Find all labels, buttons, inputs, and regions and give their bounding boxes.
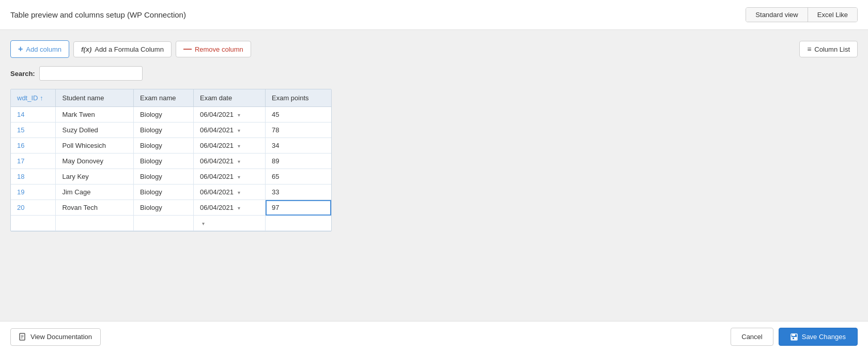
remove-column-label: Remove column — [195, 45, 243, 53]
cell-student: Rovan Tech — [56, 200, 134, 216]
date-dropdown-arrow[interactable]: ▾ — [238, 174, 240, 180]
cell-id: 15 — [11, 123, 56, 138]
col-header-exam-date[interactable]: Exam date — [193, 89, 265, 107]
date-dropdown-arrow[interactable]: ▾ — [238, 205, 240, 211]
cell-exam: Biology — [134, 123, 194, 138]
excel-like-view-button[interactable]: Excel Like — [808, 8, 857, 22]
cell-empty-id — [11, 216, 56, 231]
col-header-student-name[interactable]: Student name — [56, 89, 134, 107]
add-formula-column-button[interactable]: f(x) Add a Formula Column — [73, 41, 172, 57]
add-column-label: Add column — [26, 45, 61, 53]
toolbar-left: + Add column f(x) Add a Formula Column —… — [10, 40, 251, 58]
cell-student: May Donovey — [56, 154, 134, 169]
plus-icon: + — [18, 44, 23, 54]
cell-empty-points — [266, 216, 332, 231]
table-row: 15 Suzy Dolled Biology 06/04/2021 ▾ 78 — [11, 123, 331, 138]
cancel-button[interactable]: Cancel — [731, 328, 773, 346]
table-row: 14 Mark Twen Biology 06/04/2021 ▾ 45 — [11, 107, 331, 123]
cell-id: 20 — [11, 200, 56, 216]
date-value: 06/04/2021 — [200, 188, 234, 196]
cell-student: Jim Cage — [56, 185, 134, 200]
standard-view-button[interactable]: Standard view — [746, 8, 808, 22]
main-content: + Add column f(x) Add a Formula Column —… — [0, 30, 868, 321]
date-value: 06/04/2021 — [200, 173, 234, 180]
remove-column-button[interactable]: — Remove column — [176, 41, 251, 57]
bottom-bar: View Documentation Cancel Save Changes — [0, 321, 868, 352]
data-table: wdt_ID ↑ Student name Exam name Exam dat… — [11, 89, 331, 231]
date-dropdown-arrow[interactable]: ▾ — [238, 112, 240, 118]
column-list-icon: ≡ — [807, 45, 811, 53]
top-bar: Table preview and columns setup (WP Conn… — [0, 0, 868, 30]
date-value: 06/04/2021 — [200, 126, 234, 134]
table-header-row: wdt_ID ↑ Student name Exam name Exam dat… — [11, 89, 331, 107]
cell-date: 06/04/2021 ▾ — [193, 138, 265, 154]
view-documentation-button[interactable]: View Documentation — [10, 328, 101, 346]
cell-exam: Biology — [134, 138, 194, 154]
date-dropdown-arrow[interactable]: ▾ — [238, 159, 240, 164]
cell-empty-student — [56, 216, 134, 231]
save-changes-button[interactable]: Save Changes — [779, 328, 858, 346]
search-label: Search: — [10, 70, 35, 78]
col-header-exam-name[interactable]: Exam name — [134, 89, 194, 107]
add-formula-label: Add a Formula Column — [95, 45, 164, 53]
col-header-wdt-id[interactable]: wdt_ID ↑ — [11, 89, 56, 107]
table-empty-row: ▾ — [11, 216, 331, 231]
cell-id: 17 — [11, 154, 56, 169]
date-dropdown-arrow[interactable]: ▾ — [238, 190, 240, 195]
date-dropdown-arrow[interactable]: ▾ — [238, 128, 240, 133]
svg-rect-5 — [792, 334, 795, 336]
view-docs-label: View Documentation — [30, 333, 92, 341]
col-header-exam-points[interactable]: Exam points — [266, 89, 332, 107]
cell-empty-date: ▾ — [193, 216, 265, 231]
cell-points: 33 — [266, 185, 332, 200]
cell-id: 19 — [11, 185, 56, 200]
formula-icon: f(x) — [81, 45, 91, 53]
cell-student: Poll Whicesich — [56, 138, 134, 154]
date-value: 06/04/2021 — [200, 204, 234, 211]
cell-exam: Biology — [134, 169, 194, 185]
cell-points: 89 — [266, 154, 332, 169]
save-changes-label: Save Changes — [802, 333, 846, 341]
toolbar: + Add column f(x) Add a Formula Column —… — [10, 40, 858, 58]
table-row: 16 Poll Whicesich Biology 06/04/2021 ▾ 3… — [11, 138, 331, 154]
cell-date: 06/04/2021 ▾ — [193, 169, 265, 185]
search-row: Search: — [10, 66, 858, 81]
column-list-label: Column List — [814, 45, 850, 53]
column-list-button[interactable]: ≡ Column List — [799, 41, 858, 57]
date-value: 06/04/2021 — [200, 111, 234, 118]
date-value: 06/04/2021 — [200, 157, 234, 165]
cell-empty-exam — [134, 216, 194, 231]
document-icon — [19, 333, 26, 341]
view-toggle: Standard view Excel Like — [746, 7, 858, 22]
cell-exam: Biology — [134, 185, 194, 200]
cell-points: 97 — [266, 200, 332, 216]
cell-date: 06/04/2021 ▾ — [193, 200, 265, 216]
cell-date: 06/04/2021 ▾ — [193, 107, 265, 123]
cell-id: 14 — [11, 107, 56, 123]
cell-student: Lary Key — [56, 169, 134, 185]
cell-id: 16 — [11, 138, 56, 154]
table-row: 19 Jim Cage Biology 06/04/2021 ▾ 33 — [11, 185, 331, 200]
cell-date: 06/04/2021 ▾ — [193, 154, 265, 169]
cell-points: 45 — [266, 107, 332, 123]
table-row: 20 Rovan Tech Biology 06/04/2021 ▾ 97 — [11, 200, 331, 216]
cell-points: 65 — [266, 169, 332, 185]
cell-exam: Biology — [134, 107, 194, 123]
cell-exam: Biology — [134, 200, 194, 216]
save-icon — [791, 333, 798, 341]
table-row: 17 May Donovey Biology 06/04/2021 ▾ 89 — [11, 154, 331, 169]
svg-rect-7 — [793, 338, 794, 339]
cell-student: Mark Twen — [56, 107, 134, 123]
cell-date: 06/04/2021 ▾ — [193, 185, 265, 200]
date-dropdown-arrow[interactable]: ▾ — [238, 143, 240, 149]
cell-date: 06/04/2021 ▾ — [193, 123, 265, 138]
bottom-right: Cancel Save Changes — [731, 328, 858, 346]
table-wrapper: wdt_ID ↑ Student name Exam name Exam dat… — [10, 89, 332, 232]
date-value: 06/04/2021 — [200, 142, 234, 149]
cell-points: 78 — [266, 123, 332, 138]
page-title: Table preview and columns setup (WP Conn… — [10, 10, 186, 19]
add-column-button[interactable]: + Add column — [10, 40, 69, 58]
search-input[interactable] — [39, 66, 143, 81]
cell-exam: Biology — [134, 154, 194, 169]
empty-date-dropdown-arrow[interactable]: ▾ — [202, 221, 205, 226]
